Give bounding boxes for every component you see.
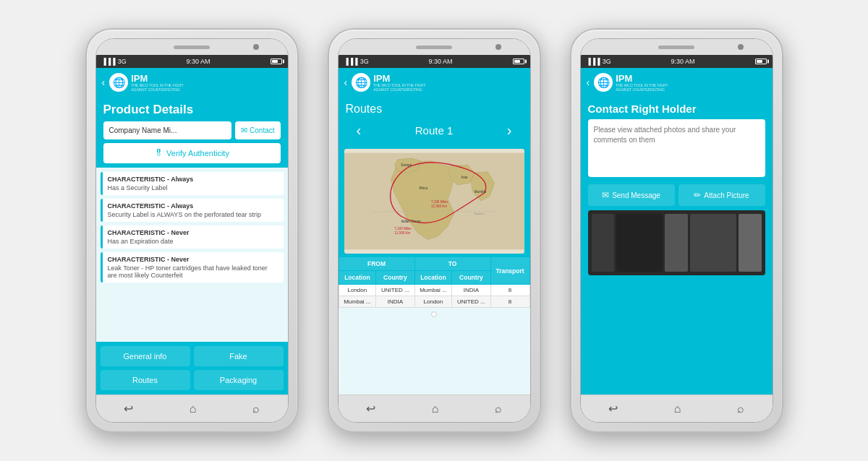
search-nav-icon-3[interactable]: ⌕ — [737, 402, 744, 415]
network-type-3: 3G — [603, 58, 611, 65]
characteristics-area: CHARACTERISTIC - Always Has a Security L… — [96, 168, 288, 342]
photo-col-4 — [690, 214, 736, 272]
send-label: Send Message — [612, 191, 660, 199]
ipm-text-3: IPM — [616, 74, 673, 83]
routes-button[interactable]: Routes — [101, 370, 190, 390]
svg-text:Europe: Europe — [401, 163, 412, 167]
ipm-subtext-3: THE WCO TOOL IN THE FIGHT AGAINST COUNTE… — [616, 83, 673, 92]
app-header-3: ‹ 🌐 IPM THE WCO TOOL IN THE FIGHT AGAINS… — [581, 68, 773, 97]
phone-2: ▐▐▐ 3G 9:30 AM ‹ 🌐 IPM THE WCO TOOL IN T… — [328, 28, 541, 433]
route-name: Route 1 — [415, 124, 454, 137]
speaker-2 — [416, 46, 452, 49]
char-title-3: CHARACTERISTIC - Never — [108, 229, 278, 236]
table-row: Mumbai ... INDIA London UNITED ... 8 — [339, 296, 529, 308]
search-nav-icon-2[interactable]: ⌕ — [495, 402, 502, 415]
signal-icon-2: ▐▐▐ — [344, 58, 358, 65]
location-to-header: Location — [414, 271, 452, 285]
char-desc-1: Has a Security Label — [108, 184, 278, 191]
fake-button[interactable]: Fake — [194, 346, 284, 366]
ipm-logo-3: IPM THE WCO TOOL IN THE FIGHT AGAINST CO… — [616, 74, 673, 92]
battery-icon-3 — [755, 59, 767, 64]
from-header: FROM — [339, 257, 414, 271]
photo-col-2 — [616, 214, 663, 272]
photo-col-5 — [739, 214, 762, 272]
packaging-button[interactable]: Packaging — [194, 370, 284, 390]
char-desc-2: Security Label is ALWAYS on the perforat… — [108, 211, 278, 218]
speaker — [174, 46, 210, 49]
contact-button[interactable]: ✉ Contact — [235, 121, 280, 139]
transport-header: Transport — [490, 257, 529, 285]
phone-3-screen: ▐▐▐ 3G 9:30 AM ‹ 🌐 IPM THE WCO TOOL IN T… — [580, 38, 773, 423]
status-left-1: ▐▐▐ 3G — [102, 58, 127, 65]
char-title-2: CHARACTERISTIC - Always — [108, 202, 278, 210]
back-nav-icon-2[interactable]: ↩ — [366, 402, 375, 415]
route-nav: ‹ Route 1 › — [346, 119, 523, 142]
ipm-subtext-2: THE WCO TOOL IN THE FIGHT AGAINST COUNTE… — [373, 83, 431, 92]
cell-loc-from-2: Mumbai ... — [339, 296, 376, 308]
svg-text:11,580 Km: 11,580 Km — [430, 204, 446, 208]
cell-country-to-2: UNITED ... — [452, 296, 490, 308]
product-header: Product Details Company Name Mi... ✉ Con… — [96, 97, 288, 168]
verify-label: Verify Authenticity — [166, 149, 229, 158]
app-header-1: ‹ 🌐 IPM THE WCO TOOL IN THE FIGHT AGAINS… — [96, 68, 288, 97]
routes-title: Routes — [346, 103, 523, 116]
route-prev-button[interactable]: ‹ — [357, 122, 362, 139]
char-title-1: CHARACTERISTIC - Always — [108, 176, 278, 183]
attach-picture-button[interactable]: ✏ Attach Picture — [678, 184, 765, 206]
camera — [253, 44, 259, 50]
char-desc-3: Has an Expiration date — [108, 238, 278, 245]
back-nav-icon-3[interactable]: ↩ — [608, 402, 618, 415]
back-button-2[interactable]: ‹ — [344, 77, 348, 88]
routes-table: FROM TO Transport Location Country Locat… — [339, 257, 530, 308]
cell-loc-to-2: London — [414, 296, 452, 308]
status-left-3: ▐▐▐ 3G — [587, 58, 611, 65]
routes-table-area: FROM TO Transport Location Country Locat… — [339, 257, 530, 395]
phone-2-top-bar — [339, 39, 530, 55]
home-nav-icon-1[interactable]: ⌂ — [190, 402, 197, 415]
cell-loc-from-1: London — [339, 285, 376, 296]
time-2: 9:30 AM — [429, 58, 453, 65]
back-button-1[interactable]: ‹ — [102, 77, 106, 88]
search-nav-icon-1[interactable]: ⌕ — [252, 402, 260, 415]
route-dot — [431, 311, 437, 317]
home-nav-icon-3[interactable]: ⌂ — [674, 402, 681, 415]
time-3: 9:30 AM — [671, 58, 695, 65]
route-next-button[interactable]: › — [507, 122, 512, 139]
battery-icon-1 — [271, 59, 282, 64]
ribbon-icon: 🎖 — [154, 148, 163, 158]
phone-1: ▐▐▐ 3G 9:30 AM ‹ 🌐 IPM THE WCO TOOL — [85, 28, 299, 433]
app-logo-1: 🌐 IPM THE WCO TOOL IN THE FIGHT AGAINST … — [109, 73, 189, 92]
routes-header: Routes ‹ Route 1 › — [339, 97, 530, 146]
svg-text:Asia: Asia — [461, 176, 467, 179]
general-info-button[interactable]: General info — [101, 346, 190, 366]
verify-authenticity-button[interactable]: 🎖 Verify Authenticity — [103, 143, 281, 163]
screen-content-2: Routes ‹ Route 1 › — [339, 97, 530, 395]
back-nav-icon-1[interactable]: ↩ — [124, 402, 133, 415]
photo-col-1 — [592, 214, 615, 272]
network-type-2: 3G — [360, 58, 369, 65]
send-icon: ✉ — [602, 190, 609, 200]
ipm-text-2: IPM — [373, 74, 431, 83]
location-from-header: Location — [339, 271, 376, 285]
speaker-3 — [658, 46, 694, 49]
status-bar-3: ▐▐▐ 3G 9:30 AM — [581, 55, 773, 68]
company-name-button[interactable]: Company Name Mi... — [103, 121, 232, 139]
attached-photo-preview — [588, 210, 765, 275]
bottom-nav-1: ↩ ⌂ ⌕ — [96, 395, 288, 422]
company-row: Company Name Mi... ✉ Contact — [103, 121, 281, 139]
char-title-4: CHARACTERISTIC - Never — [108, 256, 278, 263]
battery-icon-2 — [513, 59, 524, 64]
svg-text:7,190 Miles: 7,190 Miles — [430, 200, 448, 204]
svg-text:11,580 Km: 11,580 Km — [394, 231, 410, 235]
characteristic-item-3: CHARACTERISTIC - Never Has an Expiration… — [101, 225, 284, 249]
characteristic-item-4: CHARACTERISTIC - Never Leak Toner - HP t… — [101, 252, 284, 283]
bottom-nav-3: ↩ ⌂ ⌕ — [581, 395, 773, 422]
phone-1-screen: ▐▐▐ 3G 9:30 AM ‹ 🌐 IPM THE WCO TOOL — [95, 38, 289, 423]
svg-text:Mumbai: Mumbai — [474, 190, 485, 194]
svg-text:Indian Ocean: Indian Ocean — [401, 220, 421, 223]
message-textarea[interactable] — [588, 119, 765, 177]
country-from-header: Country — [376, 271, 414, 285]
back-button-3[interactable]: ‹ — [587, 77, 590, 88]
send-message-button[interactable]: ✉ Send Message — [588, 184, 675, 206]
home-nav-icon-2[interactable]: ⌂ — [432, 402, 439, 415]
